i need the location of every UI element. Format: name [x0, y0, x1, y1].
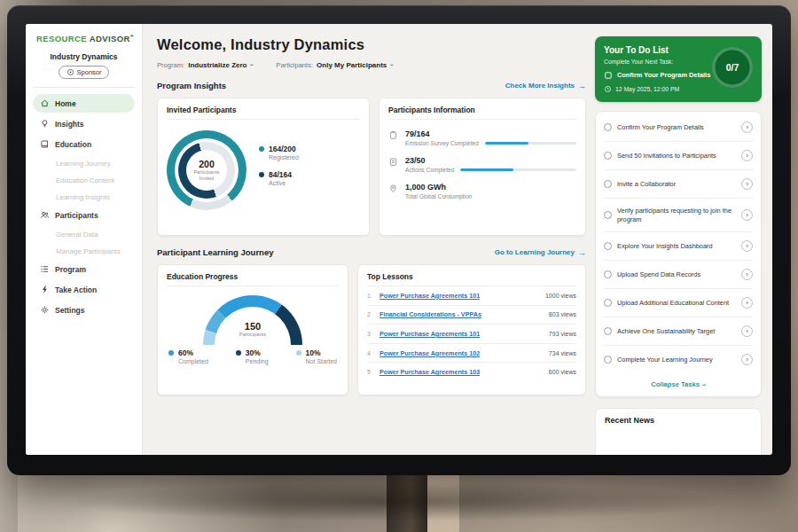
bulb-icon	[40, 119, 50, 129]
card-title: Participants Information	[388, 106, 576, 120]
info-value: 79/164	[405, 129, 576, 138]
lesson-link[interactable]: Power Purchase Agreements 102	[379, 349, 480, 357]
chevron-right-icon[interactable]: ›	[741, 121, 753, 133]
lesson-row: 3 Power Purchase Agreements 101 793 view…	[367, 325, 576, 344]
gauge-arc	[203, 295, 302, 345]
task-checkbox[interactable]	[604, 180, 612, 188]
task-row-verify-participants[interactable]: Verify participants requesting to join t…	[604, 199, 753, 232]
task-checkbox[interactable]	[604, 299, 612, 307]
sidebar-item-label: General Data	[56, 231, 98, 239]
task-checkbox[interactable]	[604, 270, 612, 278]
legend-value: 164/200	[269, 145, 296, 153]
legend-label: Registered	[269, 154, 299, 160]
sidebar-item-insights[interactable]: Insights	[33, 114, 135, 133]
invited-donut-chart: 200 Participants Invited	[167, 130, 246, 210]
section-title: Participant Learning Journey	[157, 247, 273, 257]
chevron-right-icon[interactable]: ›	[741, 297, 753, 309]
lesson-link[interactable]: Power Purchase Agreements 101	[379, 330, 480, 338]
task-label: Verify participants requesting to join t…	[617, 207, 736, 223]
task-row-send-invitations[interactable]: Send 50 Invitations to Participants ›	[604, 142, 753, 170]
info-label: Actions Completed	[405, 167, 454, 173]
task-row-explore-insights[interactable]: Explore Your Insights Dashboard ›	[604, 232, 753, 261]
sidebar-item-participants[interactable]: Participants	[33, 206, 135, 224]
chevron-right-icon[interactable]: ›	[741, 178, 753, 190]
lesson-link[interactable]: Power Purchase Agreements 103	[379, 368, 480, 376]
todo-summary-card: Your To Do List Complete Your Next Task:…	[595, 36, 762, 102]
sidebar-item-program[interactable]: Program	[33, 260, 135, 278]
lesson-rank: 1	[367, 293, 374, 299]
education-gauge-chart	[203, 295, 302, 345]
clock-icon	[604, 85, 612, 93]
lesson-views: 600 views	[549, 369, 576, 375]
lesson-link[interactable]: Financial Considerations - VPPAs	[379, 310, 481, 318]
chevron-right-icon[interactable]: ›	[741, 325, 753, 337]
app-logo: RESOURCE ADVISOR+	[33, 33, 135, 43]
check-more-insights-link[interactable]: Check More Insights →	[505, 82, 586, 90]
monitor-shadow	[62, 482, 736, 521]
program-dropdown[interactable]: Program: Industrialize Zero ›	[157, 61, 253, 69]
task-checkbox[interactable]	[604, 356, 612, 364]
task-checkbox[interactable]	[604, 242, 612, 250]
sidebar-item-general-data[interactable]: General Data	[33, 226, 135, 242]
task-row-achieve-target[interactable]: Achieve One Sustainability Target ›	[604, 317, 753, 346]
education-progress-card: Education Progress 150 Participants 60% …	[157, 264, 348, 395]
sidebar-item-label: Education	[55, 140, 91, 149]
arrow-right-icon: →	[578, 248, 586, 257]
list-icon	[40, 264, 50, 274]
sidebar-item-label: Participants	[55, 211, 98, 220]
sidebar-item-settings[interactable]: Settings	[33, 301, 135, 319]
collapse-tasks-link[interactable]: Collapse Tasks ›	[604, 373, 753, 395]
chevron-right-icon[interactable]: ›	[741, 209, 753, 221]
legend-value: 30%	[246, 348, 261, 357]
sidebar-item-take-action[interactable]: Take Action	[33, 280, 135, 299]
lesson-views: 793 views	[549, 331, 576, 337]
gauge-center: 150 Participants	[167, 321, 339, 337]
sidebar-item-home[interactable]: Home	[33, 94, 135, 113]
legend-value: 10%	[306, 348, 321, 357]
participants-information-card: Participants Information 79/164 Emission…	[379, 98, 586, 236]
sidebar-item-label: Settings	[55, 306, 85, 315]
participants-dropdown[interactable]: Participants: Only My Participants ›	[276, 61, 393, 69]
task-row-invite-collaborator[interactable]: Invite a Collaborator ›	[604, 170, 753, 199]
task-row-upload-educational-content[interactable]: Upload Additional Educational Content ›	[604, 289, 753, 317]
task-checkbox[interactable]	[604, 211, 612, 219]
logo-primary: RESOURCE	[36, 34, 87, 43]
task-label: Upload Additional Educational Content	[617, 299, 736, 308]
program-filter-label: Program:	[157, 61, 184, 69]
program-filter-value: Industrialize Zero	[188, 61, 246, 69]
task-row-confirm-program[interactable]: Confirm Your Program Details ›	[604, 113, 753, 142]
sidebar-item-education[interactable]: Education	[33, 135, 135, 153]
lesson-rank: 4	[367, 350, 374, 356]
sidebar-item-learning-insights[interactable]: Learning Insights	[33, 189, 135, 205]
task-checkbox[interactable]	[604, 123, 612, 131]
lesson-row: 4 Power Purchase Agreements 102 734 view…	[367, 344, 576, 364]
sidebar-item-label: Education Content	[56, 176, 114, 184]
chevron-right-icon[interactable]: ›	[741, 269, 753, 280]
sponsor-badge[interactable]: Sponsor	[59, 66, 110, 79]
bolt-icon	[40, 285, 50, 294]
task-row-complete-learning-journey[interactable]: Complete Your Learning Journey ›	[604, 346, 753, 373]
donut-legend: 164/200 Registered 84/164 Active	[259, 145, 299, 196]
task-checkbox[interactable]	[604, 152, 612, 160]
dashboard-screen: RESOURCE ADVISOR+ Industry Dynamics Spon…	[26, 24, 772, 455]
participants-filter-label: Participants:	[276, 61, 313, 69]
program-insights-header: Program Insights Check More Insights →	[157, 81, 586, 90]
legend-label: Pending	[246, 358, 269, 364]
sidebar-item-education-content[interactable]: Education Content	[33, 172, 135, 188]
chevron-down-icon: ›	[248, 64, 256, 66]
sidebar-item-learning-journey[interactable]: Learning Journey	[33, 155, 135, 171]
info-label: Total Global Consumption	[405, 193, 473, 200]
lesson-views: 734 views	[549, 350, 576, 356]
sidebar-item-manage-participants[interactable]: Manage Participants	[33, 243, 135, 259]
chevron-right-icon[interactable]: ›	[741, 240, 753, 252]
gauge-center-label: Participants	[167, 332, 339, 337]
lesson-views: 803 views	[549, 311, 576, 317]
task-checkbox[interactable]	[604, 327, 612, 335]
lesson-views: 1000 views	[545, 293, 576, 299]
chevron-right-icon[interactable]: ›	[741, 150, 753, 161]
go-to-learning-journey-link[interactable]: Go to Learning Journey →	[495, 248, 586, 257]
checkbox-icon[interactable]	[604, 71, 613, 80]
task-row-upload-spend-data[interactable]: Upload Spend Data Records ›	[604, 261, 753, 289]
lesson-link[interactable]: Power Purchase Agreements 101	[379, 292, 480, 300]
chevron-right-icon[interactable]: ›	[741, 354, 753, 365]
